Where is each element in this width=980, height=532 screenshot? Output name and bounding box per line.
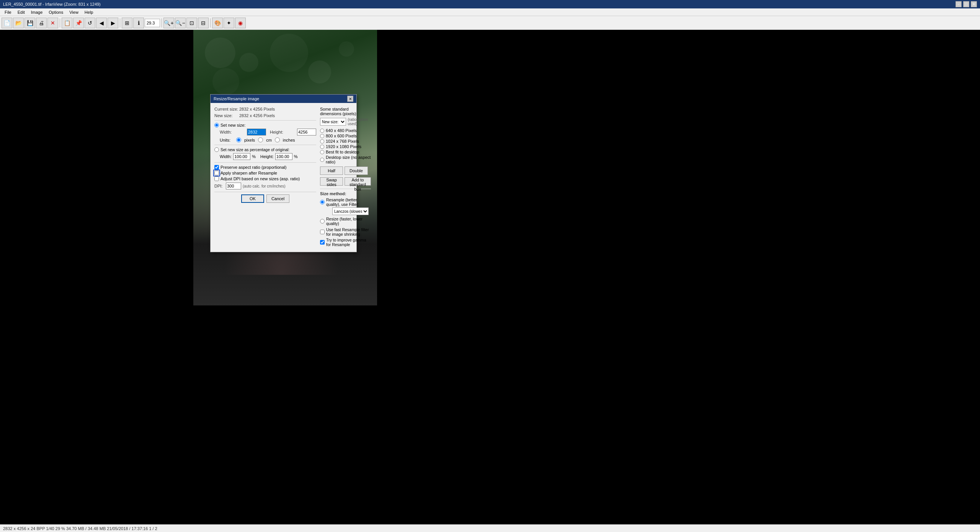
adjust-dpi-row: Adjust DPI based on new sizes (asp. rati… (214, 176, 316, 181)
preserve-aspect-checkbox[interactable] (214, 165, 219, 170)
dialog-left-panel: Current size: 2832 x 4256 Pixels New siz… (214, 107, 316, 248)
fast-resample-checkbox[interactable] (320, 230, 325, 234)
swap-button[interactable]: Swap sides (320, 177, 343, 186)
zoom-display: 29.3 (145, 19, 160, 27)
apply-sharpen-checkbox[interactable] (214, 171, 219, 175)
filter-dropdown[interactable]: Lanczos (slowest) (332, 207, 369, 215)
prev-button[interactable]: ◀ (96, 18, 107, 28)
zoom-in-button[interactable]: 🔍+ (163, 18, 174, 28)
effects-button[interactable]: ✦ (224, 18, 234, 28)
std-1920-row: 1920 x 1080 Pixels (320, 144, 371, 149)
pct-width-unit: % (252, 154, 256, 159)
sep4 (210, 18, 211, 28)
open-button[interactable]: 📂 (13, 18, 24, 28)
rotate-button[interactable]: ↺ (85, 18, 95, 28)
add-to-standard-button[interactable]: Add to standard box (345, 177, 371, 186)
set-new-size-radio-row: Set new size: (214, 123, 316, 127)
pct-width-input[interactable] (233, 153, 250, 160)
lanzcos-row: Lanczos (slowest) (326, 207, 371, 215)
menu-file[interactable]: File (2, 9, 15, 15)
divider3 (214, 162, 316, 163)
paste-button[interactable]: 📌 (73, 18, 84, 28)
resize-radio[interactable] (320, 219, 325, 224)
units-pixels-radio[interactable] (236, 137, 241, 142)
units-cm-label[interactable]: cm (266, 138, 272, 142)
preserve-aspect-label[interactable]: Preserve aspect ratio (proportional) (220, 165, 286, 170)
dialog-title: Resize/Resample image (214, 96, 259, 101)
delete-button[interactable]: ✕ (47, 18, 58, 28)
new-button[interactable]: 📄 (2, 18, 12, 28)
improve-gamma-label[interactable]: Try to improve gamma for Resample (326, 238, 371, 247)
ok-button[interactable]: OK (241, 194, 264, 203)
menu-image[interactable]: Image (28, 9, 46, 15)
improve-gamma-checkbox[interactable] (320, 240, 325, 245)
units-pixels-label[interactable]: pixels (244, 138, 255, 142)
info-button[interactable]: ℹ (133, 18, 144, 28)
half-button[interactable]: Half (320, 166, 343, 175)
copy-button[interactable]: 📋 (62, 18, 72, 28)
units-cm-radio[interactable] (258, 137, 263, 142)
cancel-button[interactable]: Cancel (266, 194, 289, 203)
canvas-area (0, 30, 980, 524)
next-button[interactable]: ▶ (108, 18, 118, 28)
pct-width-label: Width: (220, 154, 232, 159)
thumb-button[interactable]: ⊞ (122, 18, 132, 28)
color-button[interactable]: 🎨 (212, 18, 223, 28)
menu-options[interactable]: Options (46, 9, 66, 15)
actual-size-button[interactable]: ⊟ (198, 18, 209, 28)
std-640-row: 640 x 480 Pixels (320, 128, 371, 133)
divider2 (214, 145, 316, 145)
height-input[interactable] (297, 129, 316, 135)
red-eye-button[interactable]: ◉ (235, 18, 246, 28)
current-size-row: Current size: 2832 x 4256 Pixels (214, 107, 316, 111)
maximize-button[interactable]: □ (963, 1, 969, 7)
minimize-button[interactable]: − (956, 1, 962, 7)
zoom-out-button[interactable]: 🔍− (175, 18, 186, 28)
zoom-value: 29.3 (147, 21, 155, 25)
resample-radio[interactable] (320, 200, 325, 204)
std-desktop-radio[interactable] (320, 158, 324, 162)
new-size-dropdown[interactable]: New size: (320, 118, 346, 126)
std-best-fit-radio[interactable] (320, 150, 324, 154)
width-input[interactable] (247, 129, 266, 135)
set-new-size-label[interactable]: Set new size: (220, 123, 245, 127)
print-button[interactable]: 🖨 (36, 18, 47, 28)
std-800-radio[interactable] (320, 134, 324, 138)
units-inches-label[interactable]: inches (283, 138, 295, 142)
apply-sharpen-label[interactable]: Apply sharpen after Resample (220, 171, 277, 175)
double-button[interactable]: Double (345, 166, 368, 175)
resize-label[interactable]: Resize (faster, lower quality) (326, 217, 371, 226)
std-best-fit-row: Best fit to desktop (320, 150, 371, 154)
std-dims-label: Some standard dimensions (pixels): (320, 107, 371, 116)
divider4 (214, 192, 316, 192)
size-method-label: Size method: (320, 191, 371, 196)
action-buttons: OK Cancel (214, 194, 316, 203)
resample-label[interactable]: Resample (better quality), use Filter: (326, 197, 371, 207)
window-controls: − □ ✕ (956, 1, 977, 7)
adjust-dpi-label[interactable]: Adjust DPI based on new sizes (asp. rati… (220, 176, 300, 181)
units-inches-radio[interactable] (275, 137, 280, 142)
menu-edit[interactable]: Edit (15, 9, 28, 15)
current-size-value: 2832 x 4256 Pixels (239, 107, 275, 111)
menu-help[interactable]: Help (82, 9, 96, 15)
std-1920-radio[interactable] (320, 145, 324, 149)
adjust-dpi-checkbox[interactable] (214, 176, 219, 181)
pct-label[interactable]: Set new size as percentage of original: (220, 147, 289, 152)
window-title: LER_4550_00001.tif - IrfanView (Zoom: 83… (3, 2, 956, 7)
resize-radio-row: Resize (faster, lower quality) (320, 217, 371, 226)
pct-radio[interactable] (214, 147, 219, 152)
resize-dialog: Resize/Resample image ✕ Current size: 28… (210, 94, 357, 252)
pct-radio-row: Set new size as percentage of original: (214, 147, 316, 152)
set-new-size-radio[interactable] (214, 123, 219, 127)
std-640-radio[interactable] (320, 129, 324, 133)
pct-height-input[interactable] (275, 153, 292, 160)
dpi-input[interactable] (226, 183, 241, 189)
save-button[interactable]: 💾 (24, 18, 35, 28)
title-bar: LER_4550_00001.tif - IrfanView (Zoom: 83… (0, 0, 980, 8)
menu-view[interactable]: View (66, 9, 82, 15)
std-1024-radio[interactable] (320, 139, 324, 144)
fast-resample-label[interactable]: Use fast Resample filter for image shrin… (326, 227, 371, 237)
fit-button[interactable]: ⊡ (186, 18, 197, 28)
dialog-close-button[interactable]: ✕ (347, 96, 353, 102)
close-button[interactable]: ✕ (971, 1, 977, 7)
